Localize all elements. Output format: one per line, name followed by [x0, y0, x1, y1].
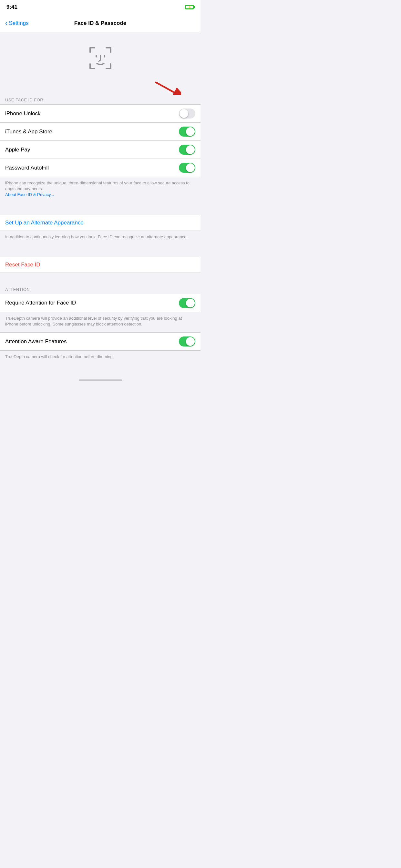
attention-aware-toggle[interactable]: [179, 337, 195, 346]
face-id-icon-section: [0, 32, 201, 79]
require-attention-toggle-knob: [186, 299, 195, 307]
alternate-appearance-section: Set Up an Alternate Appearance: [0, 215, 201, 231]
attention-aware-toggle-knob: [186, 337, 195, 346]
attention-list: Require Attention for Face ID: [0, 294, 201, 312]
section-gap-2: [0, 245, 201, 257]
page-title: Face ID & Passcode: [74, 20, 127, 27]
status-bar: 9:41 ⚡: [0, 0, 201, 14]
attention-section-label: ATTENTION: [0, 284, 201, 294]
battery-body: ⚡: [185, 5, 194, 9]
apple-pay-toggle-knob: [186, 145, 195, 154]
list-item-attention-aware: Attention Aware Features: [0, 333, 201, 350]
list-item-apple-pay: Apple Pay: [0, 141, 201, 159]
face-id-icon: [88, 45, 113, 71]
list-item-password-autofill: Password AutoFill: [0, 159, 201, 177]
use-face-id-list: iPhone Unlock iTunes & App Store Apple P…: [0, 104, 201, 177]
password-autofill-label: Password AutoFill: [5, 165, 49, 171]
battery-indicator: ⚡: [185, 5, 194, 9]
home-indicator-bar: [79, 379, 122, 381]
about-face-id-link[interactable]: About Face ID & Privacy...: [5, 192, 54, 197]
face-id-footer: iPhone can recognize the unique, three-d…: [0, 177, 201, 203]
back-button[interactable]: ‹ Settings: [5, 20, 29, 27]
reset-face-id-button[interactable]: Reset Face ID: [0, 257, 201, 273]
list-item-require-attention: Require Attention for Face ID: [0, 294, 201, 312]
arrow-annotation: [0, 79, 201, 95]
iphone-unlock-toggle-knob: [180, 109, 188, 118]
iphone-unlock-label: iPhone Unlock: [5, 111, 41, 117]
iphone-unlock-toggle[interactable]: [179, 108, 195, 119]
content: USE FACE ID FOR: iPhone Unlock iTunes & …: [0, 32, 201, 384]
status-time: 9:41: [6, 4, 18, 10]
attention-aware-list: Attention Aware Features: [0, 332, 201, 351]
section-gap-1: [0, 203, 201, 215]
attention-aware-label: Attention Aware Features: [5, 338, 67, 345]
reset-face-id-section: Reset Face ID: [0, 257, 201, 273]
itunes-app-store-toggle-knob: [186, 127, 195, 136]
password-autofill-toggle[interactable]: [179, 163, 195, 173]
require-attention-footer: TrueDepth camera will provide an additio…: [0, 312, 201, 332]
home-indicator-area: [0, 365, 201, 384]
require-attention-label: Require Attention for Face ID: [5, 300, 76, 306]
apple-pay-toggle[interactable]: [179, 145, 195, 155]
password-autofill-toggle-knob: [186, 163, 195, 172]
back-chevron-icon: ‹: [5, 20, 7, 27]
nav-bar: ‹ Settings Face ID & Passcode: [0, 14, 201, 32]
face-id-footer-text: iPhone can recognize the unique, three-d…: [5, 181, 189, 191]
use-face-id-section-label: USE FACE ID FOR:: [0, 95, 201, 104]
set-up-alternate-appearance-button[interactable]: Set Up an Alternate Appearance: [0, 215, 201, 230]
red-arrow-icon: [149, 79, 181, 95]
back-label: Settings: [9, 20, 28, 27]
itunes-app-store-label: iTunes & App Store: [5, 128, 52, 135]
svg-line-1: [155, 82, 174, 92]
list-item-iphone-unlock: iPhone Unlock: [0, 104, 201, 123]
battery-fill: ⚡: [186, 6, 193, 8]
alternate-appearance-footer: In addition to continuously learning how…: [0, 231, 201, 245]
attention-aware-footer: TrueDepth camera will check for attentio…: [0, 351, 201, 365]
attention-aware-footer-text: TrueDepth camera will check for attentio…: [5, 354, 113, 359]
list-item-itunes-app-store: iTunes & App Store: [0, 123, 201, 141]
attention-section: ATTENTION Require Attention for Face ID …: [0, 284, 201, 365]
require-attention-toggle[interactable]: [179, 298, 195, 308]
itunes-app-store-toggle[interactable]: [179, 127, 195, 136]
apple-pay-label: Apple Pay: [5, 147, 30, 153]
